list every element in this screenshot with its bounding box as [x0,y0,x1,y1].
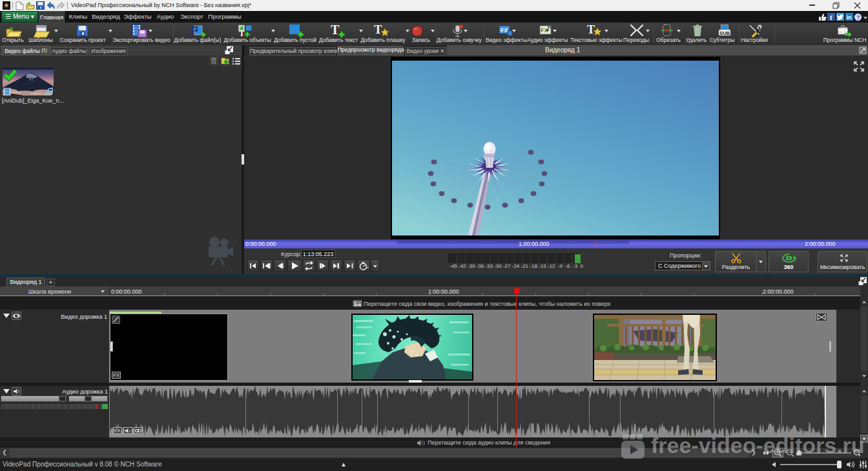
svg-text:T: T [239,28,245,38]
svg-text:T: T [587,23,595,36]
svg-text:SUB: SUB [719,30,730,36]
svg-text:T: T [374,23,382,36]
svg-text:T: T [331,23,340,37]
svg-text:?: ? [856,14,860,21]
svg-text:in: in [847,14,852,21]
svg-text:FX: FX [501,27,508,34]
svg-text:f: f [830,14,832,21]
